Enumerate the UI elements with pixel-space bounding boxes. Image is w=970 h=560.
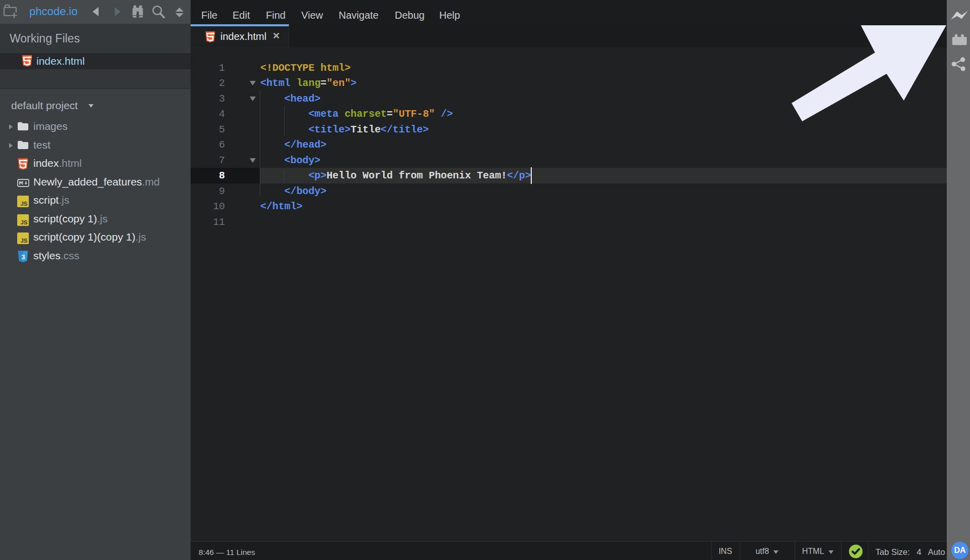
svg-text:JS: JS	[20, 201, 27, 207]
svg-text:3: 3	[21, 253, 25, 261]
svg-text:JS: JS	[20, 219, 27, 225]
svg-text:JS: JS	[20, 238, 27, 244]
